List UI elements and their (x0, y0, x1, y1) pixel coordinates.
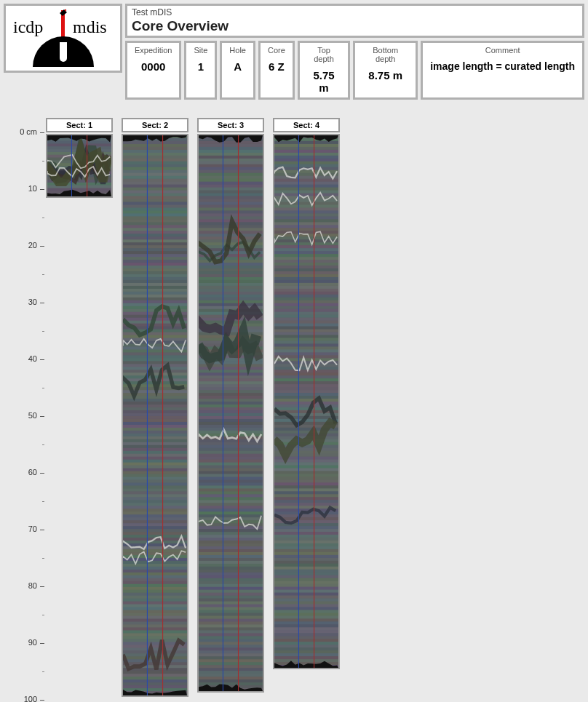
meta-core: Core 6 Z (258, 41, 295, 100)
depth-ruler: 0 cm102030405060708090100 (4, 132, 44, 700)
ruler-tick-label: 70 (8, 524, 37, 533)
ruler-tick-label: 90 (8, 638, 37, 647)
svg-rect-4 (60, 42, 67, 58)
logo-icon: icdp mdis (9, 7, 118, 69)
svg-text:icdp: icdp (13, 17, 43, 36)
section-header: Sect: 2 (122, 118, 188, 132)
ruler-tick-label: 40 (8, 354, 37, 363)
section-header: Sect: 3 (197, 118, 264, 132)
ruler-tick-label: 10 (8, 184, 37, 193)
meta-site: Site 1 (184, 41, 217, 100)
svg-text:mdis: mdis (73, 17, 107, 36)
plot-area: 0 cm102030405060708090100 Sect: 1Sect: 2… (4, 118, 584, 702)
meta-expedition: Expedition 0000 (125, 41, 181, 100)
ruler-tick-label: 30 (8, 298, 37, 306)
section-header: Sect: 1 (46, 118, 113, 132)
ruler-tick-label: 20 (8, 241, 37, 250)
core-section-image[interactable] (122, 134, 188, 697)
subtitle: Test mDIS (132, 7, 578, 17)
ruler-tick-label: 0 cm (8, 127, 37, 136)
meta-row: Expedition 0000 Site 1 Hole A Core 6 Z T… (125, 41, 584, 100)
core-section-image[interactable] (46, 134, 113, 198)
meta-comment: Comment image length = curated length (421, 41, 584, 100)
ruler-tick-label: 50 (8, 411, 37, 420)
ruler-tick-label: 100 (8, 695, 37, 702)
meta-hole: Hole A (220, 41, 255, 100)
sections-row: Sect: 1Sect: 2Sect: 3Sect: 4 (46, 118, 340, 697)
svg-point-3 (64, 9, 65, 11)
page-title-panel: Test mDIS Core Overview (125, 4, 584, 38)
core-section-image[interactable] (197, 134, 264, 693)
app-logo: icdp mdis (4, 4, 122, 73)
ruler-tick-label: 80 (8, 581, 37, 590)
section-header: Sect: 4 (273, 118, 340, 132)
meta-bottom-depth: Bottom depth 8.75 m (353, 41, 418, 100)
page-title: Core Overview (132, 18, 578, 34)
meta-top-depth: Top depth 5.75 m (298, 41, 350, 100)
ruler-tick-label: 60 (8, 468, 37, 476)
core-section-image[interactable] (273, 134, 340, 669)
